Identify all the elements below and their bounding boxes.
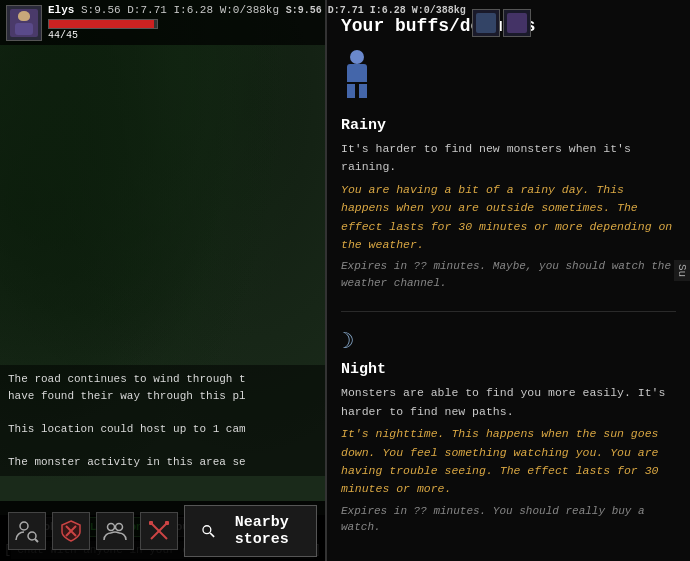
svg-line-12 — [210, 533, 214, 537]
svg-rect-10 — [165, 521, 169, 525]
slot-icon-1 — [476, 13, 496, 33]
quick-slot-2[interactable] — [503, 9, 531, 37]
search-icon — [201, 520, 215, 542]
background-trees — [0, 0, 325, 561]
figure-legs-left — [347, 84, 355, 98]
game-text-line5 — [8, 437, 317, 454]
buff-rainy: Rainy It's harder to find new monsters w… — [341, 117, 676, 291]
svg-point-1 — [28, 532, 36, 540]
sword-crossed-button[interactable] — [140, 512, 178, 550]
sword-crossed-icon — [146, 518, 172, 544]
game-text-line2: have found their way through this pl — [8, 388, 317, 405]
buff-rainy-expiry: Expires in ?? minutes. Maybe, you should… — [341, 258, 676, 291]
svg-line-2 — [35, 539, 38, 542]
nearby-stores-label: Nearby stores — [223, 514, 300, 548]
quick-slots — [472, 9, 531, 37]
buff-rainy-description: It's harder to find new monsters when it… — [341, 140, 676, 177]
buff-night-expiry: Expires in ?? minutes. You should really… — [341, 503, 676, 536]
buff-night: ☽ Night Monsters are able to find you mo… — [341, 328, 676, 535]
buff-divider — [341, 311, 676, 312]
game-text-line3 — [8, 404, 317, 421]
person-search-icon — [14, 518, 40, 544]
buff-figure — [341, 50, 373, 98]
buff-night-name: Night — [341, 361, 676, 378]
svg-point-0 — [20, 522, 28, 530]
shield-crossed-icon — [58, 518, 84, 544]
nearby-stores-button[interactable]: Nearby stores — [184, 505, 317, 557]
figure-body — [347, 64, 367, 82]
action-bar: Nearby stores — [0, 501, 325, 561]
buff-figure-container — [341, 50, 676, 103]
slot-icon-2 — [507, 13, 527, 33]
buff-night-description: Monsters are able to find you more easil… — [341, 384, 676, 421]
su-label: Su — [674, 260, 690, 281]
buffs-panel: Your buffs/debuffs Rainy It's harder to … — [325, 0, 690, 561]
player-stats: S:9.56 D:7.71 I:6.28 W:0/388kg — [81, 4, 279, 16]
avatar-sprite — [10, 9, 38, 37]
svg-point-11 — [203, 526, 211, 534]
top-bar: Elys S:9.56 D:7.71 I:6.28 W:0/388kg S:9.… — [0, 0, 325, 45]
svg-point-6 — [116, 524, 123, 531]
game-text-line1: The road continues to wind through t — [8, 371, 317, 388]
health-bar-container — [48, 19, 158, 29]
buff-rainy-flavor: You are having a bit of a rainy day. Thi… — [341, 181, 676, 255]
figure-legs-right — [359, 84, 367, 98]
game-text-line4: This location could host up to 1 cam — [8, 421, 317, 438]
player-info: Elys S:9.56 D:7.71 I:6.28 W:0/388kg S:9.… — [48, 4, 466, 41]
buff-night-flavor: It's nighttime. This happens when the su… — [341, 425, 676, 499]
player-stats-inline: S:9.56 D:7.71 I:6.28 W:0/388kg — [286, 5, 466, 16]
buff-rainy-name: Rainy — [341, 117, 676, 134]
quick-slot-1[interactable] — [472, 9, 500, 37]
game-world — [0, 0, 325, 561]
svg-point-5 — [108, 524, 115, 531]
avatar — [6, 5, 42, 41]
group-button[interactable] — [96, 512, 134, 550]
player-name: Elys — [48, 4, 81, 16]
night-icon: ☽ — [341, 328, 676, 355]
figure-head — [350, 50, 364, 64]
hp-display: 44/45 — [48, 30, 466, 41]
game-text-line6: The monster activity in this area se — [8, 454, 317, 471]
game-text-area: The road continues to wind through t hav… — [0, 365, 325, 476]
player-name-stats: Elys S:9.56 D:7.71 I:6.28 W:0/388kg S:9.… — [48, 4, 466, 16]
person-search-button[interactable] — [8, 512, 46, 550]
health-bar — [49, 20, 154, 28]
group-icon — [102, 518, 128, 544]
svg-rect-9 — [149, 521, 153, 525]
shield-crossed-button[interactable] — [52, 512, 90, 550]
